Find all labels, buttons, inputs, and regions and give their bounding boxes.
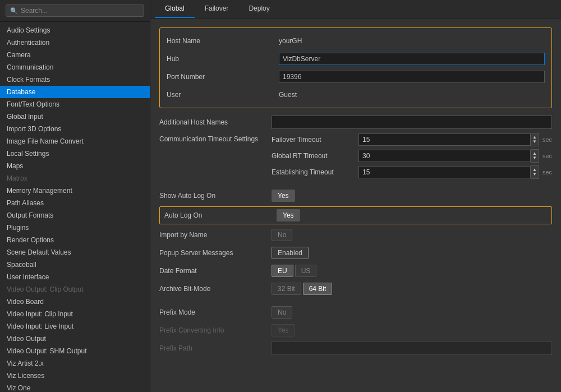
sidebar-item-import-3d-options[interactable]: Import 3D Options [0, 123, 150, 135]
date-format-row: Date Format EU US [159, 264, 552, 278]
failover-timeout-wrapper: ▲ ▼ sec [358, 133, 552, 146]
hub-input[interactable] [279, 53, 545, 65]
sidebar-item-render-options[interactable]: Render Options [0, 234, 150, 246]
failover-timeout-label: Failover Timeout [272, 136, 358, 144]
sidebar-item-font-text-options[interactable]: Font/Text Options [0, 98, 150, 110]
sidebar-item-video-input-clip-input[interactable]: Video Input: Clip Input [0, 308, 150, 320]
auto-logon-yes-button[interactable]: Yes [277, 209, 300, 222]
prefix-mode-label: Prefix Mode [159, 308, 272, 316]
global-rt-sec-label: sec [542, 153, 552, 159]
prefix-converting-info-row: Prefix Converting Info Yes [159, 323, 552, 338]
import-by-name-row: Import by Name No [159, 228, 552, 242]
prefix-converting-info-label: Prefix Converting Info [159, 326, 272, 334]
sidebar-item-user-interface[interactable]: User Interface [0, 271, 150, 283]
auto-logon-row: Auto Log On Yes [159, 206, 552, 224]
comm-timeout-section: Communication Timeout Settings Failover … [159, 133, 552, 182]
failover-timeout-input[interactable] [358, 133, 531, 146]
comm-timeout-label: Communication Timeout Settings [159, 133, 272, 143]
sidebar-item-camera[interactable]: Camera [0, 49, 150, 61]
sidebar-item-authentication[interactable]: Authentication [0, 36, 150, 49]
sidebar-item-global-input[interactable]: Global Input [0, 110, 150, 123]
sidebar-item-memory-management[interactable]: Memory Management [0, 185, 150, 197]
archive-bit-mode-label: Archive Bit-Mode [159, 285, 272, 293]
host-name-value: yourGH [279, 37, 545, 45]
sidebar-item-video-output-shm-output[interactable]: Video Output: SHM Output [0, 345, 150, 357]
establishing-sec-label: sec [542, 169, 552, 176]
failover-spinner[interactable]: ▲ ▼ [531, 133, 539, 146]
import-by-name-label: Import by Name [159, 231, 272, 239]
popup-server-messages-enabled-button[interactable]: Enabled [272, 247, 309, 259]
archive-32bit-button[interactable]: 32 Bit [272, 283, 301, 295]
sidebar-item-video-output[interactable]: Video Output [0, 333, 150, 345]
timeout-fields: Failover Timeout ▲ ▼ sec Global RT Timeo… [272, 133, 552, 182]
nav-list: Audio SettingsAuthenticationCameraCommun… [0, 22, 150, 392]
hub-label: Hub [167, 55, 279, 63]
tabs-bar: GlobalFailoverDeploy [150, 0, 561, 19]
establishing-spinner[interactable]: ▲ ▼ [531, 165, 539, 179]
sidebar-item-scene-default-values[interactable]: Scene Default Values [0, 246, 150, 259]
sidebar-item-maps[interactable]: Maps [0, 160, 150, 172]
tab-failover[interactable]: Failover [195, 0, 239, 18]
sidebar-item-local-settings[interactable]: Local Settings [0, 147, 150, 160]
archive-64bit-button[interactable]: 64 Bit [303, 283, 333, 295]
sidebar-item-spaceball[interactable]: Spaceball [0, 259, 150, 271]
search-bar: 🔍 [0, 0, 150, 22]
connection-section: Host Name yourGH Hub Port Number Use [159, 27, 552, 108]
user-value: Guest [279, 91, 545, 99]
tab-global[interactable]: Global [155, 0, 195, 18]
tab-deploy[interactable]: Deploy [238, 0, 279, 18]
port-row: Port Number [167, 70, 545, 84]
sidebar-item-audio-settings[interactable]: Audio Settings [0, 24, 150, 36]
port-label: Port Number [167, 73, 279, 81]
date-format-us-button[interactable]: US [295, 265, 317, 277]
show-auto-logon-row: Show Auto Log On Yes [159, 188, 552, 203]
establishing-timeout-wrapper: ▲ ▼ sec [358, 165, 552, 179]
sidebar-item-database[interactable]: Database [0, 86, 150, 98]
user-label: User [167, 91, 279, 99]
date-format-label: Date Format [159, 267, 272, 275]
establishing-timeout-input[interactable] [358, 166, 531, 178]
prefix-mode-no-button[interactable]: No [272, 306, 292, 319]
sidebar-item-matrox: Matrox [0, 172, 150, 185]
port-value-wrapper [279, 71, 545, 83]
sidebar-item-plugins[interactable]: Plugins [0, 222, 150, 234]
additional-host-names-row: Additional Host Names [159, 115, 552, 130]
sidebar-item-image-file-name-convert[interactable]: Image File Name Convert [0, 135, 150, 147]
search-icon: 🔍 [10, 7, 18, 15]
user-row: User Guest [167, 87, 545, 102]
sidebar-item-path-aliases[interactable]: Path Aliases [0, 197, 150, 209]
global-rt-timeout-row: Global RT Timeout ▲ ▼ sec [272, 149, 552, 163]
sidebar: 🔍 Audio SettingsAuthenticationCameraComm… [0, 0, 150, 392]
show-auto-logon-yes-button[interactable]: Yes [272, 190, 295, 202]
archive-bit-mode-row: Archive Bit-Mode 32 Bit 64 Bit [159, 282, 552, 296]
search-input[interactable] [21, 7, 140, 15]
prefix-path-label: Prefix Path [159, 344, 272, 352]
global-rt-timeout-input[interactable] [358, 150, 531, 162]
sidebar-item-output-formats[interactable]: Output Formats [0, 209, 150, 222]
host-name-label: Host Name [167, 37, 279, 45]
sidebar-item-video-board[interactable]: Video Board [0, 296, 150, 308]
import-by-name-no-button[interactable]: No [272, 229, 292, 241]
popup-server-messages-row: Popup Server Messages Enabled [159, 246, 552, 260]
global-rt-spinner[interactable]: ▲ ▼ [531, 149, 539, 163]
sidebar-item-clock-formats[interactable]: Clock Formats [0, 73, 150, 86]
sidebar-item-viz-artist-2x[interactable]: Viz Artist 2.x [0, 357, 150, 370]
establishing-timeout-row: Establishing Timeout ▲ ▼ sec [272, 165, 552, 179]
hub-row: Hub [167, 52, 545, 66]
port-input[interactable] [279, 71, 545, 83]
content-area: Host Name yourGH Hub Port Number Use [150, 19, 561, 392]
show-auto-logon-label: Show Auto Log On [159, 192, 272, 200]
sidebar-item-viz-licenses[interactable]: Viz Licenses [0, 370, 150, 382]
sidebar-item-video-output-clip-output: Video Output: Clip Output [0, 283, 150, 296]
prefix-converting-info-yes-button: Yes [272, 324, 295, 336]
additional-host-names-label: Additional Host Names [159, 118, 272, 126]
sidebar-item-video-input-live-input[interactable]: Video Input: Live Input [0, 320, 150, 333]
popup-server-messages-label: Popup Server Messages [159, 249, 272, 257]
establishing-timeout-label: Establishing Timeout [272, 168, 358, 176]
additional-host-names-input[interactable] [272, 116, 552, 129]
sidebar-item-communication[interactable]: Communication [0, 61, 150, 73]
sidebar-item-viz-one[interactable]: Viz One [0, 382, 150, 392]
date-format-eu-button[interactable]: EU [272, 265, 293, 277]
failover-sec-label: sec [542, 136, 552, 143]
global-rt-timeout-label: Global RT Timeout [272, 152, 358, 160]
